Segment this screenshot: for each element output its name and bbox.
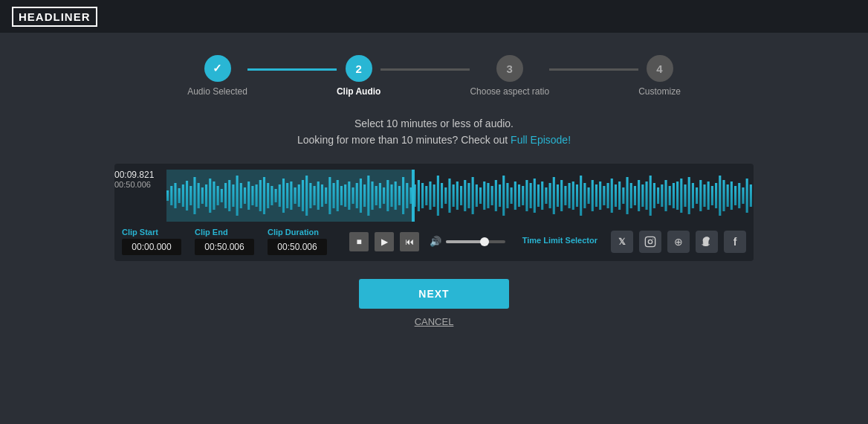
- svg-rect-71: [441, 183, 443, 208]
- action-area: NEXT CANCEL: [359, 279, 508, 327]
- snapchat-icon[interactable]: [696, 231, 718, 253]
- svg-rect-115: [611, 179, 613, 213]
- time-display: 00:09.821 00:50.006: [114, 170, 166, 222]
- svg-rect-80: [476, 184, 478, 207]
- volume-slider[interactable]: [446, 240, 505, 243]
- logo: HEADLINER: [12, 7, 97, 27]
- svg-rect-142: [715, 183, 717, 208]
- waveform-visual[interactable]: [166, 170, 754, 222]
- svg-rect-116: [615, 184, 617, 207]
- step-2-label: Clip Audio: [337, 86, 381, 97]
- svg-rect-79: [472, 177, 474, 214]
- svg-rect-113: [603, 186, 605, 205]
- svg-rect-120: [630, 183, 632, 208]
- svg-rect-88: [506, 183, 508, 208]
- svg-rect-117: [618, 182, 621, 210]
- svg-rect-119: [626, 177, 628, 214]
- svg-rect-151: [750, 184, 752, 207]
- svg-rect-124: [645, 182, 647, 210]
- clip-duration-value[interactable]: 00:50.006: [268, 239, 327, 255]
- time-limit-label: Time Limit Selector: [522, 236, 597, 245]
- svg-rect-74: [453, 184, 455, 207]
- header: HEADLINER: [0, 0, 868, 33]
- svg-rect-65: [418, 180, 420, 211]
- svg-rect-127: [657, 187, 659, 204]
- waveform-wrap: 00:09.821 00:50.006: [114, 164, 754, 222]
- svg-rect-85: [495, 180, 497, 211]
- svg-rect-72: [444, 187, 447, 204]
- instruction-line2: Looking for more than 10 minutes? Check …: [297, 134, 571, 146]
- svg-rect-86: [499, 184, 501, 207]
- svg-rect-111: [595, 184, 597, 207]
- svg-rect-78: [467, 183, 470, 208]
- time-limit-selector: Time Limit Selector: [522, 236, 597, 247]
- svg-rect-101: [557, 184, 559, 207]
- svg-rect-137: [696, 187, 698, 204]
- svg-rect-83: [487, 183, 489, 208]
- add-circle-icon[interactable]: ⊕: [667, 231, 690, 253]
- svg-rect-94: [530, 183, 532, 208]
- svg-rect-150: [746, 179, 748, 213]
- svg-rect-136: [692, 183, 694, 208]
- facebook-icon[interactable]: f: [724, 231, 746, 253]
- play-button[interactable]: ▶: [375, 232, 394, 251]
- clip-end-value[interactable]: 00:50.006: [195, 239, 254, 255]
- instruction-line2-prefix: Looking for more than 10 minutes? Check …: [297, 134, 511, 146]
- svg-rect-103: [564, 186, 566, 205]
- svg-rect-134: [684, 184, 686, 207]
- main-content: ✓ Audio Selected 2 Clip Audio 3 Choose a…: [0, 33, 868, 327]
- twitter-icon[interactable]: 𝕏: [611, 231, 633, 253]
- svg-rect-108: [583, 183, 586, 208]
- clip-start-value[interactable]: 00:00.000: [122, 239, 181, 255]
- stop-button[interactable]: ■: [349, 232, 369, 251]
- step-4: 4 Customize: [638, 55, 681, 97]
- svg-rect-125: [650, 176, 652, 216]
- svg-rect-81: [479, 187, 482, 204]
- step-1: ✓ Audio Selected: [187, 55, 247, 97]
- skip-back-button[interactable]: ⏮: [400, 232, 419, 251]
- svg-rect-69: [433, 184, 435, 207]
- svg-rect-104: [569, 183, 571, 208]
- stepper: ✓ Audio Selected 2 Clip Audio 3 Choose a…: [187, 55, 681, 97]
- instruction-line1: Select 10 minutes or less of audio.: [297, 118, 571, 129]
- svg-rect-143: [719, 176, 721, 216]
- svg-rect-102: [560, 180, 563, 211]
- svg-point-153: [648, 240, 652, 243]
- svg-rect-131: [673, 183, 675, 208]
- svg-rect-148: [738, 183, 740, 208]
- svg-rect-123: [641, 184, 644, 207]
- svg-rect-147: [734, 186, 736, 205]
- svg-rect-98: [545, 187, 547, 204]
- svg-rect-114: [607, 183, 609, 208]
- volume-thumb: [480, 237, 489, 246]
- svg-rect-140: [707, 182, 710, 210]
- svg-rect-138: [699, 180, 702, 211]
- svg-rect-87: [502, 176, 505, 216]
- step-1-circle: ✓: [204, 55, 231, 82]
- volume-icon: 🔊: [430, 236, 441, 247]
- full-episode-link[interactable]: Full Episode!: [511, 134, 571, 146]
- svg-rect-67: [425, 186, 427, 205]
- step-connector-2-3: [380, 68, 470, 71]
- svg-rect-109: [588, 187, 590, 204]
- next-button[interactable]: NEXT: [359, 279, 508, 309]
- svg-rect-135: [688, 177, 690, 214]
- svg-rect-121: [634, 186, 636, 205]
- svg-rect-76: [460, 186, 462, 205]
- svg-rect-97: [541, 182, 543, 210]
- svg-rect-68: [429, 182, 431, 210]
- instagram-icon[interactable]: [639, 231, 661, 253]
- step-4-label: Customize: [638, 86, 681, 97]
- controls-row: Clip Start 00:00.000 Clip End 00:50.006 …: [114, 222, 754, 261]
- playhead: [413, 170, 415, 222]
- svg-rect-128: [661, 184, 663, 207]
- clip-start-field: Clip Start 00:00.000: [122, 228, 181, 255]
- svg-rect-66: [421, 183, 424, 208]
- svg-rect-141: [711, 186, 713, 205]
- clip-duration-field: Clip Duration 00:50.006: [268, 228, 327, 255]
- step-3-circle: 3: [496, 55, 523, 82]
- svg-rect-152: [645, 237, 655, 246]
- cancel-button[interactable]: CANCEL: [415, 316, 454, 327]
- clip-end-label: Clip End: [195, 228, 228, 237]
- svg-rect-82: [483, 182, 485, 210]
